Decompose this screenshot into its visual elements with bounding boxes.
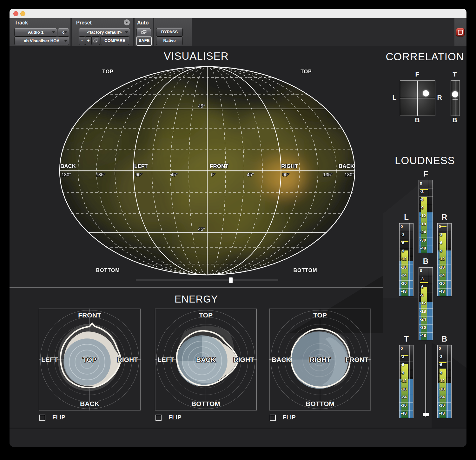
- channel-selector[interactable]: c: [58, 28, 69, 37]
- meter-scale-label: 0: [420, 268, 422, 273]
- compare-button[interactable]: COMPARE: [101, 37, 129, 45]
- correlation-tick: [453, 99, 458, 100]
- footer: [10, 428, 466, 447]
- correlation-dot: [452, 91, 458, 97]
- loudness-meter-f-0: 0-3-6-9-12-18-24-30-48: [419, 180, 433, 253]
- meter-scale-label: -30: [439, 281, 445, 286]
- meter-scale-label: -3: [400, 354, 404, 359]
- globe-label-top-left: TOP: [102, 69, 114, 74]
- meter-scale-label: -12: [400, 257, 407, 261]
- flip-checkbox[interactable]: [270, 415, 276, 421]
- energy-label-right: RIGHT: [233, 356, 254, 363]
- loudness-meter-b-5: 0-3-6-9-12-18-24-30-48: [437, 345, 452, 418]
- globe-latitude-label: 45°: [198, 227, 205, 232]
- bypass-button[interactable]: BYPASS: [156, 28, 183, 37]
- energy-label-right: RIGHT: [117, 356, 138, 363]
- loudness-meter-t-4: 0-3-6-9-12-18-24-30-48: [399, 345, 413, 418]
- meter-scale-label: -30: [400, 403, 407, 408]
- meter-scale-label: -48: [439, 289, 445, 294]
- energy-label-top: FRONT: [78, 311, 101, 319]
- meter-scale-label: -24: [400, 395, 407, 399]
- meter-scale-label: -12: [420, 301, 426, 305]
- track-section: Track Audio 1 c ab Visualiser HOA: [10, 18, 70, 46]
- preset-prev-button[interactable]: -: [79, 37, 85, 45]
- meter-scale-label: 0: [400, 346, 403, 351]
- native-button[interactable]: Native: [156, 37, 183, 45]
- energy-label-right: FRONT: [345, 356, 368, 363]
- energy-label-center: TOP: [83, 356, 96, 363]
- meter-scale-label: -9: [439, 370, 442, 375]
- correlation-axis: [455, 81, 455, 116]
- globe-direction: FRONT: [210, 163, 228, 169]
- meter-scale-label: 0: [439, 224, 441, 229]
- meter-scale-label: -9: [400, 249, 404, 253]
- flip-row: FLIP: [155, 414, 182, 421]
- flip-row: FLIP: [270, 414, 296, 421]
- meter-scale-label: -9: [420, 293, 424, 297]
- correlation-label-left: L: [390, 94, 399, 101]
- meter-scale-label: -18: [420, 309, 426, 314]
- energy-panel-right: TOP BACK FRONT BOTTOM RIGHT: [269, 309, 371, 410]
- globe-degree: 45°: [247, 172, 254, 177]
- meter-scale-label: -48: [420, 246, 426, 250]
- safe-button[interactable]: SAFE: [136, 37, 152, 46]
- meter-scale-label: -6: [400, 240, 404, 245]
- toolbar: Track Audio 1 c ab Visualiser HOA Preset…: [10, 18, 466, 46]
- flip-label: FLIP: [283, 414, 296, 421]
- meter-scale-label: -12: [439, 257, 445, 261]
- globe-degree: 0°: [211, 172, 215, 177]
- energy-label-left: LEFT: [41, 356, 58, 363]
- preset-selector[interactable]: <factory default>: [79, 28, 130, 37]
- meter-scale-label: -12: [439, 378, 445, 383]
- globe-direction: BACK: [339, 163, 354, 169]
- plugin-selector[interactable]: ab Visualiser HOA: [14, 37, 69, 45]
- preset-menu-icon[interactable]: [124, 19, 130, 25]
- loudness-slider[interactable]: [425, 344, 426, 417]
- globe-label-top-right: TOP: [301, 69, 312, 74]
- correlation-plane: [400, 80, 435, 116]
- correlation-axis: [417, 81, 418, 116]
- flip-label: FLIP: [52, 414, 65, 421]
- energy-label-bottom: BACK: [80, 400, 99, 407]
- divider: [10, 287, 383, 288]
- meter-scale-label: -3: [420, 277, 424, 281]
- globe-degree: 135°: [96, 172, 105, 177]
- flip-checkbox[interactable]: [39, 415, 45, 421]
- correlation-label-right: R: [435, 94, 444, 101]
- meter-scale-label: -9: [400, 370, 404, 375]
- energy-label-bottom: BOTTOM: [191, 400, 220, 407]
- loudness-meter-r-2: 0-3-6-9-12-18-24-30-48: [437, 223, 452, 296]
- energy-title: ENERGY: [10, 294, 383, 305]
- globe-degree: 180°: [62, 172, 71, 177]
- meter-scale-label: -6: [439, 240, 442, 245]
- track-selector[interactable]: Audio 1: [14, 28, 57, 37]
- meter-scale-label: -18: [400, 265, 407, 270]
- loudness-meter-label: R: [437, 213, 452, 222]
- automation-button[interactable]: [136, 28, 151, 37]
- meter-scale-label: -30: [439, 403, 445, 408]
- preset-copy-button[interactable]: [91, 37, 100, 45]
- flip-row: FLIP: [39, 414, 65, 421]
- preset-label: Preset: [76, 20, 92, 26]
- copy-icon: [141, 30, 147, 35]
- meter-scale-label: -3: [400, 232, 404, 237]
- energy-label-center: RIGHT: [310, 356, 331, 363]
- globe-rotation-slider-handle[interactable]: [229, 277, 233, 283]
- meter-scale-label: -9: [420, 205, 424, 210]
- loudness-slider-handle[interactable]: [423, 413, 429, 416]
- loudness-meter-l-1: 0-3-6-9-12-18-24-30-48: [399, 223, 413, 296]
- globe-direction: BACK: [60, 163, 76, 169]
- minimize-icon[interactable]: [20, 11, 25, 16]
- energy-label-top: TOP: [313, 311, 327, 319]
- loudness-meter-label: T: [399, 335, 413, 343]
- meter-scale-label: -18: [420, 222, 426, 226]
- meter-scale-label: -12: [400, 378, 407, 383]
- plugin-automation-button[interactable]: [456, 28, 465, 37]
- bypass-section: BYPASS Native: [154, 18, 192, 46]
- meter-scale-label: 0: [439, 346, 441, 351]
- meter-scale-label: -24: [420, 230, 426, 234]
- close-icon[interactable]: [13, 11, 18, 16]
- loudness-meter-label: F: [419, 170, 433, 178]
- preset-next-button[interactable]: +: [85, 37, 92, 45]
- flip-checkbox[interactable]: [155, 415, 162, 421]
